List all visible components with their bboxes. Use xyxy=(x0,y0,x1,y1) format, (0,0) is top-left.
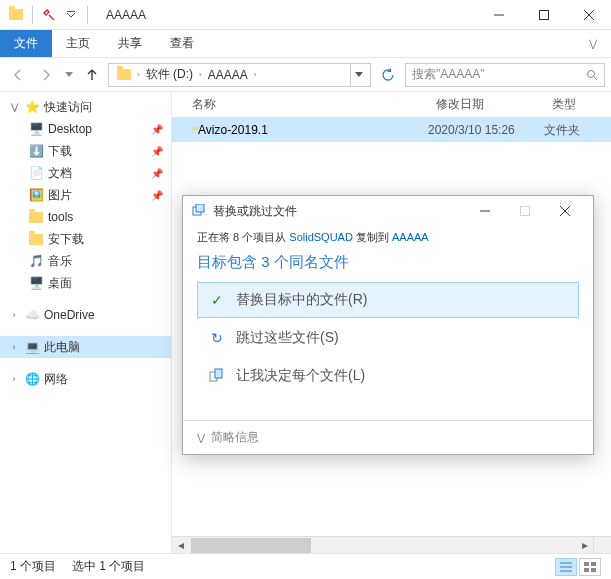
sidebar-item-label: 安下载 xyxy=(48,231,84,248)
drive-icon xyxy=(113,69,135,80)
sidebar-item-downloads[interactable]: ⬇️下载📌 xyxy=(0,140,171,162)
svg-line-4 xyxy=(594,77,597,80)
column-header-type[interactable]: 类型 xyxy=(544,96,600,113)
sidebar-item-pictures[interactable]: 🖼️图片📌 xyxy=(0,184,171,206)
sidebar-item-music[interactable]: 🎵音乐 xyxy=(0,250,171,272)
expand-icon[interactable]: › xyxy=(8,310,20,320)
pin-icon: 📌 xyxy=(151,124,163,135)
quick-access-toolbar xyxy=(0,6,98,24)
title-bar: AAAAA xyxy=(0,0,611,30)
column-header-name[interactable]: 名称 xyxy=(172,96,428,113)
window-title: AAAAA xyxy=(98,8,476,22)
dialog-maximize-button[interactable] xyxy=(505,196,545,226)
separator xyxy=(87,6,88,24)
recent-dropdown-icon[interactable] xyxy=(62,63,76,87)
source-link[interactable]: SolidSQUAD xyxy=(289,231,353,243)
details-view-button[interactable] xyxy=(555,558,577,576)
option-compare[interactable]: 让我决定每个文件(L) xyxy=(197,358,579,394)
download-icon: ⬇️ xyxy=(28,143,44,159)
svg-point-3 xyxy=(588,70,595,77)
search-icon xyxy=(586,69,598,81)
dialog-minimize-button[interactable] xyxy=(465,196,505,226)
expand-icon[interactable]: ⋁ xyxy=(8,102,20,112)
sidebar-item-anxiazai[interactable]: 安下载 xyxy=(0,228,171,250)
qat-dropdown-icon[interactable] xyxy=(63,7,79,23)
dialog-footer[interactable]: ⋁ 简略信息 xyxy=(183,420,593,454)
pc-icon: 💻 xyxy=(24,339,40,355)
tab-share[interactable]: 共享 xyxy=(104,30,156,57)
tab-file[interactable]: 文件 xyxy=(0,30,52,57)
expand-icon[interactable]: › xyxy=(8,374,20,384)
sidebar-item-onedrive[interactable]: ›☁️OneDrive xyxy=(0,304,171,326)
sidebar-item-label: 文档 xyxy=(48,165,72,182)
folder-icon xyxy=(28,209,44,225)
pin-icon: 📌 xyxy=(151,146,163,157)
list-item[interactable]: Avizo-2019.1 2020/3/10 15:26 文件夹 xyxy=(172,118,611,142)
tab-home[interactable]: 主页 xyxy=(52,30,104,57)
sidebar-item-tools[interactable]: tools xyxy=(0,206,171,228)
svg-rect-10 xyxy=(584,568,589,572)
address-dropdown-icon[interactable] xyxy=(350,64,366,86)
svg-rect-17 xyxy=(215,369,222,378)
properties-icon[interactable] xyxy=(41,7,57,23)
address-bar[interactable]: › 软件 (D:) › AAAAA › xyxy=(108,63,371,87)
pin-icon: 📌 xyxy=(151,168,163,179)
sidebar-item-label: Desktop xyxy=(48,122,92,136)
file-date: 2020/3/10 15:26 xyxy=(428,123,544,137)
sidebar-item-label: 图片 xyxy=(48,187,72,204)
column-headers: 名称 修改日期 类型 xyxy=(172,92,611,118)
column-header-date[interactable]: 修改日期 xyxy=(428,96,544,113)
option-replace[interactable]: ✓ 替换目标中的文件(R) xyxy=(197,282,579,318)
tab-view[interactable]: 查看 xyxy=(156,30,208,57)
scroll-thumb[interactable] xyxy=(191,538,311,553)
sidebar-item-network[interactable]: ›🌐网络 xyxy=(0,368,171,390)
cloud-icon: ☁️ xyxy=(24,307,40,323)
expand-icon[interactable]: › xyxy=(8,342,20,352)
minimize-button[interactable] xyxy=(476,0,521,30)
details-toggle-label: 简略信息 xyxy=(211,429,259,446)
ribbon-tabs: 文件 主页 共享 查看 ⋁ xyxy=(0,30,611,58)
chevron-right-icon[interactable]: › xyxy=(254,70,257,79)
breadcrumb[interactable]: 软件 (D:) xyxy=(142,66,197,83)
svg-rect-15 xyxy=(521,207,530,216)
file-name: Avizo-2019.1 xyxy=(198,123,268,137)
network-icon: 🌐 xyxy=(24,371,40,387)
back-button[interactable] xyxy=(6,63,30,87)
scroll-right-icon[interactable]: ▸ xyxy=(576,537,593,554)
sidebar-item-documents[interactable]: 📄文档📌 xyxy=(0,162,171,184)
dest-link[interactable]: AAAAA xyxy=(392,231,429,243)
ribbon-expand-icon[interactable]: ⋁ xyxy=(575,30,611,57)
scroll-left-icon[interactable]: ◂ xyxy=(172,537,189,554)
chevron-right-icon[interactable]: › xyxy=(199,70,202,79)
breadcrumb[interactable]: AAAAA xyxy=(204,68,252,82)
dialog-source-text: 正在将 8 个项目从 SolidSQUAD 复制到 AAAAA xyxy=(197,230,579,245)
close-button[interactable] xyxy=(566,0,611,30)
chevron-right-icon[interactable]: › xyxy=(137,70,140,79)
sidebar-item-quick-access[interactable]: ⋁ ⭐ 快速访问 xyxy=(0,96,171,118)
refresh-button[interactable] xyxy=(375,63,401,87)
maximize-button[interactable] xyxy=(521,0,566,30)
status-selected-count: 选中 1 个项目 xyxy=(72,558,145,575)
navigation-pane: ⋁ ⭐ 快速访问 🖥️Desktop📌 ⬇️下载📌 📄文档📌 🖼️图片📌 too… xyxy=(0,92,172,553)
navigation-bar: › 软件 (D:) › AAAAA › 搜索"AAAAA" xyxy=(0,58,611,92)
forward-button[interactable] xyxy=(34,63,58,87)
sidebar-item-desktop2[interactable]: 🖥️桌面 xyxy=(0,272,171,294)
document-icon: 📄 xyxy=(28,165,44,181)
sidebar-item-label: tools xyxy=(48,210,73,224)
dialog-close-button[interactable] xyxy=(545,196,585,226)
sidebar-item-label: 下载 xyxy=(48,143,72,160)
sidebar-item-desktop[interactable]: 🖥️Desktop📌 xyxy=(0,118,171,140)
window-controls xyxy=(476,0,611,30)
compare-icon xyxy=(208,367,226,385)
search-placeholder: 搜索"AAAAA" xyxy=(412,66,582,83)
horizontal-scrollbar[interactable]: ◂ ▸ xyxy=(172,536,593,553)
chevron-down-icon: ⋁ xyxy=(197,432,205,443)
search-input[interactable]: 搜索"AAAAA" xyxy=(405,63,605,87)
icons-view-button[interactable] xyxy=(579,558,601,576)
dialog-body: 正在将 8 个项目从 SolidSQUAD 复制到 AAAAA 目标包含 3 个… xyxy=(183,226,593,420)
option-label: 跳过这些文件(S) xyxy=(236,329,339,347)
sidebar-item-this-pc[interactable]: ›💻此电脑 xyxy=(0,336,171,358)
option-skip[interactable]: ↻ 跳过这些文件(S) xyxy=(197,320,579,356)
up-button[interactable] xyxy=(80,63,104,87)
svg-rect-11 xyxy=(591,568,596,572)
